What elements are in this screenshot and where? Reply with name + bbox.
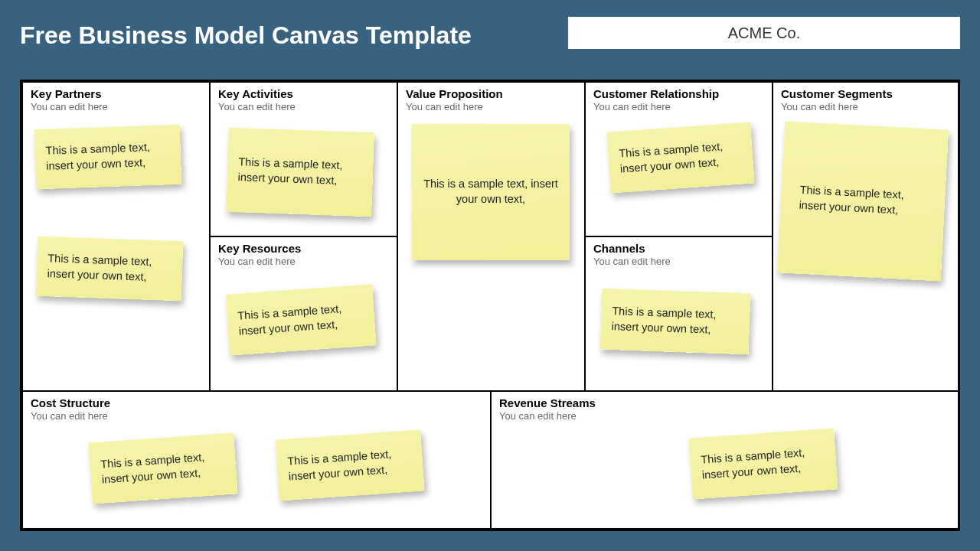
section-customer-relationship[interactable]: Customer Relationship You can edit here … <box>585 82 773 236</box>
sticky-note[interactable]: This is a sample text, insert your own t… <box>275 429 424 500</box>
sticky-note[interactable]: This is a sample text, insert your own t… <box>688 428 838 499</box>
section-customer-segments[interactable]: Customer Segments You can edit here This… <box>773 82 959 391</box>
section-title: Customer Relationship <box>593 87 764 100</box>
section-key-activities[interactable]: Key Activities You can edit here This is… <box>210 82 397 236</box>
section-subtitle: You can edit here <box>406 101 577 112</box>
sticky-note[interactable]: This is a sample text, insert your own t… <box>88 432 237 504</box>
section-subtitle: You can edit here <box>593 256 764 267</box>
section-subtitle: You can edit here <box>31 101 201 112</box>
section-title: Channels <box>593 242 764 255</box>
sticky-note[interactable]: This is a sample text, insert your own t… <box>36 236 184 302</box>
sticky-note[interactable]: This is a sample text, insert your own t… <box>226 128 374 217</box>
sticky-note[interactable]: This is a sample text, insert your own t… <box>777 122 949 282</box>
sticky-note[interactable]: This is a sample text, insert your own t… <box>225 284 376 355</box>
section-revenue-streams[interactable]: Revenue Streams You can edit here This i… <box>491 391 959 529</box>
section-value-proposition[interactable]: Value Proposition You can edit here This… <box>397 82 585 391</box>
section-subtitle: You can edit here <box>499 410 951 422</box>
section-subtitle: You can edit here <box>31 410 482 422</box>
section-subtitle: You can edit here <box>781 101 951 112</box>
section-title: Key Resources <box>218 242 389 255</box>
sticky-note[interactable]: This is a sample text, insert your own t… <box>34 125 182 190</box>
section-title: Cost Structure <box>31 396 482 409</box>
section-title: Key Partners <box>31 87 201 100</box>
business-model-canvas: Key Partners You can edit here This is a… <box>20 80 960 531</box>
section-key-resources[interactable]: Key Resources You can edit here This is … <box>210 236 397 391</box>
section-title: Key Activities <box>218 87 389 100</box>
section-title: Value Proposition <box>406 87 577 100</box>
section-cost-structure[interactable]: Cost Structure You can edit here This is… <box>22 391 491 529</box>
company-name-box[interactable]: ACME Co. <box>568 17 960 49</box>
section-key-partners[interactable]: Key Partners You can edit here This is a… <box>22 82 210 391</box>
sticky-note[interactable]: This is a sample text, insert your own t… <box>606 122 754 194</box>
sticky-note[interactable]: This is a sample text, insert your own t… <box>600 289 751 355</box>
section-title: Revenue Streams <box>499 396 951 409</box>
sticky-note[interactable]: This is a sample text, insert your own t… <box>412 124 570 260</box>
section-channels[interactable]: Channels You can edit here This is a sam… <box>585 236 773 391</box>
section-subtitle: You can edit here <box>593 101 764 112</box>
page-title: Free Business Model Canvas Template <box>20 21 472 50</box>
section-subtitle: You can edit here <box>218 101 389 112</box>
section-title: Customer Segments <box>781 87 951 100</box>
section-subtitle: You can edit here <box>218 256 389 267</box>
